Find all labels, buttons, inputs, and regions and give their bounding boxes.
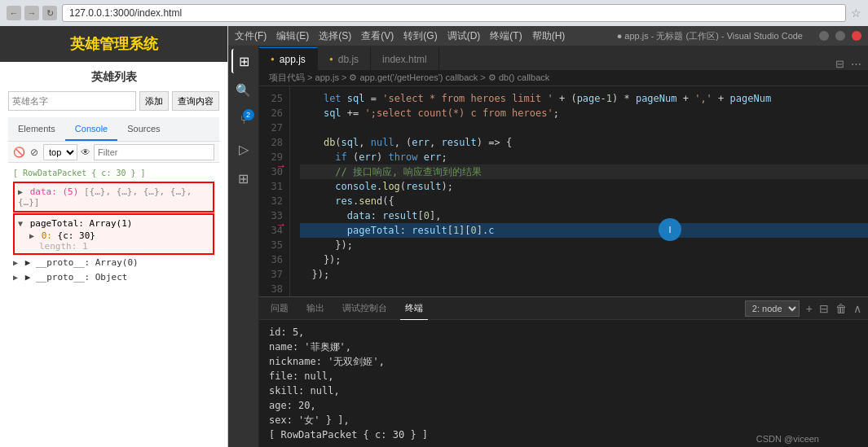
tab-dbjs-label: db.js (338, 54, 359, 65)
sidebar-git-icon[interactable]: ⑂ 2 (231, 107, 256, 132)
code-line-33: data: result[0], (300, 208, 868, 223)
tab-elements[interactable]: Elements (8, 117, 65, 141)
terminal-trash-icon[interactable]: 🗑 (835, 302, 847, 315)
menu-debug[interactable]: 调试(D) (447, 29, 481, 43)
terminal-split-icon[interactable]: ⊟ (819, 302, 829, 315)
sidebar-extensions-icon[interactable]: ⊞ (231, 166, 256, 191)
filter-icon[interactable]: ⊘ (29, 145, 40, 160)
clear-console-icon[interactable]: 🚫 (13, 145, 25, 160)
query-button[interactable]: 查询内容 (172, 91, 219, 111)
vscode-tabs: ● app.js ● db.js index.html ⊟ ⋯ (259, 46, 868, 70)
window-buttons (819, 31, 861, 41)
code-line-28: db(sql, null, (err, result) => { (300, 135, 868, 150)
expand-item-icon[interactable]: ▶ (29, 231, 34, 240)
modified-dot: ● (271, 55, 275, 63)
terminal-tab-problems[interactable]: 问题 (266, 297, 293, 320)
proto2-expand-icon[interactable]: ▶ (13, 273, 18, 282)
pageTotal-children: ▶ 0: {c: 30} length: 1 (18, 230, 209, 252)
tab-console[interactable]: Console (65, 117, 117, 141)
sidebar-search-icon[interactable]: 🔍 (231, 78, 256, 103)
breadcrumb: 项目代码 > app.js > ⚙ app.get('/getHeroes') … (259, 70, 868, 86)
vscode-sidebar: ⊞ 🔍 ⑂ 2 ▷ ⊞ (228, 46, 259, 447)
tab-indexhtml[interactable]: index.html (371, 47, 439, 70)
expand-data-icon[interactable]: ▶ (18, 187, 23, 196)
address-bar[interactable] (62, 4, 846, 22)
heroes-list-title: 英雄列表 (8, 70, 219, 85)
proto2-line: ▶ ▶ __proto__: Object (13, 270, 214, 285)
git-badge: 2 (243, 109, 254, 121)
menu-goto[interactable]: 转到(G) (403, 29, 437, 43)
filter-input[interactable] (94, 144, 214, 160)
pageTotal-tree: ▼ pageTotal: Array(1) (18, 218, 209, 229)
code-editor: 25 26 27 28 29 30 31 32 33 34 35 36 (259, 86, 868, 296)
code-line-34: pageTotal: result[1][0].c (300, 223, 868, 238)
web-content: 英雄列表 添加 查询内容 Elements Console Sources 🚫 … (0, 62, 227, 447)
context-select[interactable]: top (43, 144, 77, 160)
minimize-button[interactable] (819, 31, 829, 41)
terminal-tab-debug[interactable]: 调试控制台 (337, 297, 392, 320)
terminal-tab-terminal[interactable]: 终端 (400, 297, 428, 320)
app-title: 英雄管理系统 (0, 26, 227, 62)
tab-appjs-label: app.js (280, 54, 306, 65)
pageTotal-item-0: ▶ 0: {c: 30} (29, 230, 209, 241)
split-editor-icon[interactable]: ⊟ (835, 58, 844, 70)
code-line-30: // 接口响应, 响应查询到的结果 (300, 164, 868, 179)
forward-button[interactable]: → (24, 6, 39, 20)
terminal-line-4: file: null, (269, 369, 858, 383)
expand-pagetotal-icon[interactable]: ▼ (18, 219, 23, 228)
code-editor-area: 25 26 27 28 29 30 31 32 33 34 35 36 (259, 86, 868, 447)
code-line-38 (300, 282, 868, 296)
terminal-chevron-icon[interactable]: ∧ (853, 302, 861, 315)
browser-chrome: ← → ↻ ☆ (0, 0, 868, 26)
length-line: length: 1 (29, 241, 209, 252)
pageTotal-tree-box: ▼ pageTotal: Array(1) ▶ 0: {c: 30} lengt… (13, 213, 214, 255)
eye-icon[interactable]: 👁 (81, 147, 90, 158)
search-input[interactable] (8, 91, 136, 111)
nav-buttons: ← → ↻ (7, 6, 57, 20)
terminal-content[interactable]: id: 5, name: '菲奥娜', nickname: '无双剑姬', fi… (259, 320, 868, 447)
code-line-31: console.log(result); (300, 179, 868, 194)
menu-select[interactable]: 选择(S) (319, 29, 351, 43)
code-line-29: if (err) throw err; (300, 150, 868, 164)
vscode-right: ● app.js ● db.js index.html ⊟ ⋯ (259, 46, 868, 447)
data-tree: ▶ data: (5) [{…}, {…}, {…}, {…}, {…}] (18, 186, 209, 208)
code-line-32: res.send({ (300, 194, 868, 208)
line-numbers: 25 26 27 28 29 30 31 32 33 34 35 36 (259, 86, 290, 296)
vscode-main-area: ⊞ 🔍 ⑂ 2 ▷ ⊞ ● app.js (228, 46, 868, 447)
tab-dbjs[interactable]: ● db.js (318, 47, 371, 70)
sidebar-explorer-icon[interactable]: ⊞ (231, 49, 256, 73)
proto1-expand-icon[interactable]: ▶ (13, 258, 18, 267)
web-panel: 英雄管理系统 英雄列表 添加 查询内容 Elements Console Sou… (0, 26, 228, 447)
menu-view[interactable]: 查看(V) (361, 29, 394, 43)
back-button[interactable]: ← (7, 6, 21, 20)
proto2-text: ▶ __proto__: Object (25, 272, 128, 283)
refresh-button[interactable]: ↻ (42, 6, 57, 20)
terminal-line-7: sex: '女' } ], (269, 413, 858, 427)
proto1-line: ▶ ▶ __proto__: Array(0) (13, 256, 214, 270)
code-line-37: }); (300, 267, 868, 282)
terminal-line-3: nickname: '无双剑姬', (269, 354, 858, 369)
tab-sources[interactable]: Sources (117, 117, 170, 141)
code-line-26: sql += ';select count(*) c from heroes'; (300, 106, 868, 121)
close-button[interactable] (852, 31, 861, 41)
sidebar-debug-icon[interactable]: ▷ (231, 137, 256, 161)
devtools-panel: Elements Console Sources 🚫 ⊘ top 👁 [ Row… (8, 117, 219, 447)
pageTotal-label: pageTotal: Array(1) (30, 218, 133, 229)
tab-indexhtml-label: index.html (382, 54, 427, 65)
maximize-button[interactable] (835, 31, 845, 41)
tab-appjs[interactable]: ● app.js (259, 47, 318, 70)
menu-edit[interactable]: 编辑(E) (276, 29, 309, 43)
bookmark-icon[interactable]: ☆ (851, 7, 861, 20)
menu-terminal[interactable]: 终端(T) (490, 29, 522, 43)
terminal-line-5: skill: null, (269, 383, 858, 398)
vscode-panel: 文件(F) 编辑(E) 选择(S) 查看(V) 转到(G) 调试(D) 终端(T… (228, 26, 868, 447)
main-layout: 英雄管理系统 英雄列表 添加 查询内容 Elements Console Sou… (0, 26, 868, 447)
menu-help[interactable]: 帮助(H) (532, 29, 566, 43)
terminal-select[interactable]: 2: node (745, 300, 800, 317)
menu-file[interactable]: 文件(F) (235, 29, 267, 43)
code-lines[interactable]: let sql = 'select * from heroes limit ' … (290, 86, 868, 296)
add-button[interactable]: 添加 (139, 91, 169, 111)
more-actions-icon[interactable]: ⋯ (851, 58, 861, 70)
terminal-add-icon[interactable]: + (806, 302, 813, 315)
terminal-tab-output[interactable]: 输出 (302, 297, 329, 320)
